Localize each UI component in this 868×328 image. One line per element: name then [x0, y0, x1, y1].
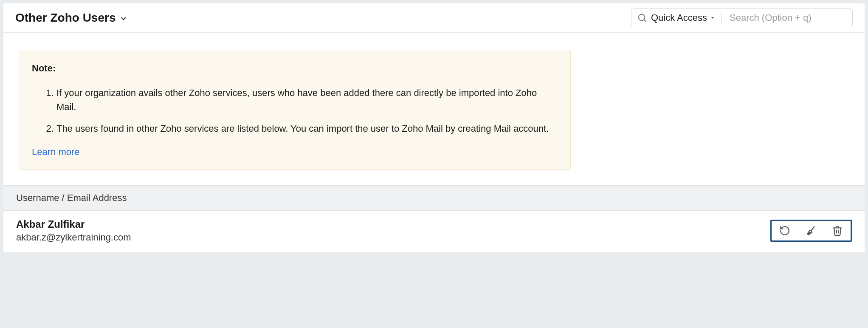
page-header: Other Zoho Users Quick Access [3, 3, 865, 33]
user-email: akbar.z@zylkertraining.com [16, 232, 131, 243]
caret-down-icon [710, 15, 716, 21]
trash-icon [832, 225, 843, 236]
broom-icon [806, 225, 817, 236]
search-input[interactable] [726, 12, 846, 23]
undo-button[interactable] [779, 225, 790, 236]
search-bar: Quick Access [631, 8, 853, 27]
svg-line-1 [644, 20, 645, 21]
user-info: Akbar Zulfikar akbar.z@zylkertraining.co… [16, 218, 131, 243]
table-header: Username / Email Address [3, 185, 865, 211]
note-box: Note: If your organization avails other … [19, 50, 571, 170]
note-list: If your organization avails other Zoho s… [32, 86, 558, 136]
quick-access-label: Quick Access [651, 12, 707, 23]
page-title-dropdown[interactable]: Other Zoho Users [15, 11, 127, 25]
undo-icon [779, 225, 790, 236]
search-icon [637, 13, 647, 23]
delete-button[interactable] [832, 225, 843, 236]
main-container: Other Zoho Users Quick Access Note: If [3, 3, 865, 253]
row-actions [770, 220, 852, 242]
note-item: The users found in other Zoho services a… [56, 122, 558, 136]
learn-more-link[interactable]: Learn more [32, 147, 80, 157]
note-item: If your organization avails other Zoho s… [56, 86, 558, 114]
note-label: Note: [32, 63, 558, 74]
quick-access-dropdown[interactable]: Quick Access [651, 12, 722, 23]
table-row: Akbar Zulfikar akbar.z@zylkertraining.co… [3, 211, 865, 253]
chevron-down-icon [120, 15, 127, 23]
user-name: Akbar Zulfikar [16, 218, 131, 230]
clean-button[interactable] [806, 225, 817, 236]
note-section: Note: If your organization avails other … [3, 33, 865, 185]
page-title: Other Zoho Users [15, 11, 116, 25]
